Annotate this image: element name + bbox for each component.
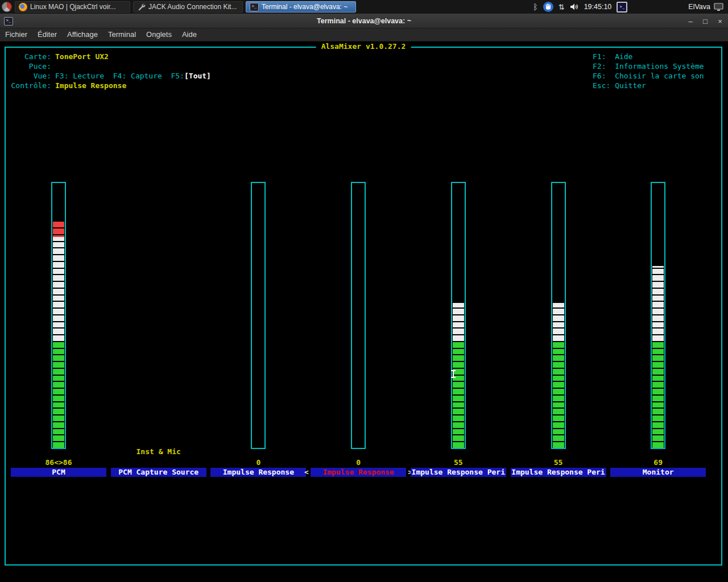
system-tray: ᛒ ⇅ 19:45:10 >_ ElVava	[533, 0, 726, 14]
control-value: 69	[610, 458, 706, 467]
volume-icon[interactable]	[570, 3, 579, 11]
bar-fill-area	[552, 183, 565, 448]
user-zone[interactable]: ElVava	[688, 3, 723, 11]
volume-bar[interactable]	[51, 182, 66, 449]
window-title: Terminal - elvava@elvava: ~	[0, 14, 728, 28]
bar-segments	[552, 183, 565, 448]
control-label[interactable]: PCM	[11, 468, 106, 477]
volume-bar[interactable]	[451, 182, 466, 449]
hand-icon[interactable]	[543, 2, 553, 12]
control-label-text: PCM Capture Source	[118, 468, 198, 476]
mixer-column: 0Impulse Response	[210, 182, 306, 483]
mixer-column: 55Impulse Response Peri	[411, 182, 506, 483]
bluetooth-icon[interactable]: ᛒ	[533, 0, 537, 14]
app-launcher-icon[interactable]	[2, 2, 12, 12]
mixer-column: 0Impulse Response<>	[311, 182, 406, 483]
control-label-text: PCM	[52, 468, 65, 476]
maximize-button[interactable]: □	[701, 17, 710, 26]
taskbar-button-label: JACK Audio Connection Kit...	[148, 3, 237, 11]
clock[interactable]: 19:45:10	[584, 3, 612, 11]
bar-fill-area	[352, 183, 365, 448]
control-label[interactable]: Impulse Response Peri	[511, 468, 606, 477]
menubar: Fichier Éditer Affichage Terminal Onglet…	[0, 28, 728, 41]
menu-affichage[interactable]: Affichage	[62, 28, 103, 41]
taskbar-button-jack[interactable]: JACK Audio Connection Kit...	[133, 1, 243, 13]
bar-fill-area	[452, 183, 465, 448]
mixer-column: Inst & MicPCM Capture Source	[111, 182, 206, 483]
taskbar-button-label: Terminal - elvava@elvava: ~	[262, 3, 348, 11]
bar-fill-area	[252, 183, 264, 448]
tray-terminal-icon[interactable]: >_	[617, 2, 627, 13]
text-cursor	[451, 370, 456, 378]
display-icon	[714, 3, 723, 11]
menu-terminal[interactable]: Terminal	[103, 28, 141, 41]
volume-bar[interactable]	[551, 182, 566, 449]
selected-arrow-left: <	[304, 468, 309, 477]
bar-segments	[452, 183, 465, 448]
menu-editer[interactable]: Éditer	[32, 28, 62, 41]
mixer-column: 69Monitor	[610, 182, 706, 483]
bar-segments	[252, 183, 264, 448]
control-label-text: Impulse Response Peri	[412, 468, 505, 476]
user-label: ElVava	[688, 3, 710, 11]
volume-bar[interactable]	[651, 182, 665, 449]
menu-onglets[interactable]: Onglets	[141, 28, 177, 41]
control-label[interactable]: Impulse Response	[210, 468, 306, 477]
mixer-columns: 86<>86PCMInst & MicPCM Capture Source0Im…	[6, 48, 721, 564]
menu-fichier[interactable]: Fichier	[0, 28, 32, 41]
control-value: 0	[210, 458, 306, 467]
taskbar: Linux MAO | QjackCtrl voir... JACK Audio…	[0, 0, 728, 14]
firefox-icon	[19, 3, 27, 11]
taskbar-button-terminal[interactable]: >_ Terminal - elvava@elvava: ~	[246, 1, 356, 13]
terminal-viewport[interactable]: AlsaMixer v1.0.27.2 Carte:TonePort UX2 P…	[0, 41, 728, 582]
bar-segments	[652, 183, 664, 448]
taskbar-button-firefox[interactable]: Linux MAO | QjackCtrl voir...	[15, 1, 130, 13]
bar-segments	[52, 183, 65, 448]
network-icon[interactable]: ⇅	[559, 3, 565, 11]
menu-aide[interactable]: Aide	[177, 28, 202, 41]
control-label[interactable]: Monitor	[610, 468, 706, 477]
bar-segments	[352, 183, 365, 448]
control-label-text: Impulse Response	[223, 468, 294, 476]
control-label[interactable]: Impulse Response Peri	[411, 468, 506, 477]
wrench-icon	[137, 3, 146, 11]
control-label-text: Impulse Response Peri	[511, 468, 605, 476]
control-label-text: Impulse Response	[322, 468, 394, 476]
control-value: 86<>86	[11, 458, 106, 467]
control-label[interactable]: Impulse Response<>	[311, 468, 406, 477]
window-titlebar[interactable]: >_ Terminal - elvava@elvava: ~ – □ ×	[0, 14, 728, 28]
desktop: Linux MAO | QjackCtrl voir... JACK Audio…	[0, 0, 728, 582]
bar-fill-area	[52, 183, 65, 448]
control-label[interactable]: PCM Capture Source	[111, 468, 206, 477]
mixer-column: 86<>86PCM	[11, 182, 106, 483]
volume-bar[interactable]	[351, 182, 366, 449]
terminal-icon: >_	[250, 3, 259, 11]
volume-bar[interactable]	[251, 182, 266, 449]
control-value: 0	[311, 458, 406, 467]
minimize-button[interactable]: –	[686, 17, 695, 26]
control-label-text: Monitor	[643, 468, 674, 476]
mixer-column: 55Impulse Response Peri	[511, 182, 606, 483]
taskbar-button-label: Linux MAO | QjackCtrl voir...	[30, 3, 116, 11]
control-value: 55	[411, 458, 506, 467]
alsamixer-frame: AlsaMixer v1.0.27.2 Carte:TonePort UX2 P…	[5, 47, 722, 566]
control-note: Inst & Mic	[111, 447, 206, 456]
bar-fill-area	[652, 183, 664, 448]
close-button[interactable]: ×	[715, 17, 725, 26]
control-value: 55	[511, 458, 606, 467]
window-controls: – □ ×	[686, 14, 725, 28]
